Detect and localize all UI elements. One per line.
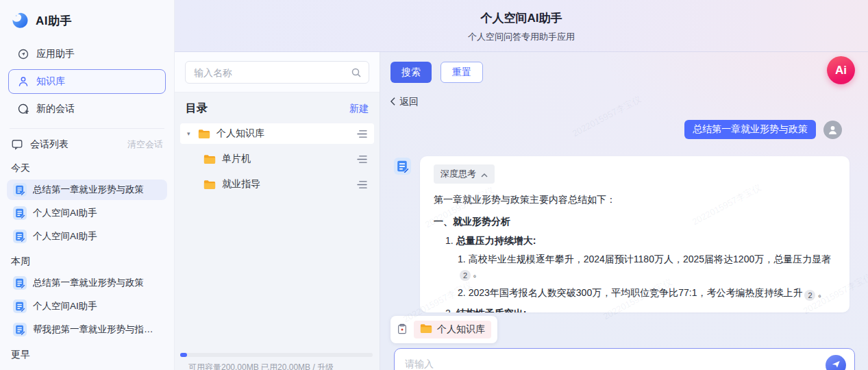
node-menu-icon[interactable] xyxy=(357,180,367,189)
horizontal-scrollbar[interactable] xyxy=(180,353,373,357)
folder-icon xyxy=(203,154,216,164)
list-number: 2. xyxy=(458,287,466,298)
sidebar-item-knowledge-base[interactable]: 知识库 xyxy=(8,69,166,94)
nav-label: 知识库 xyxy=(36,75,65,88)
node-menu-icon[interactable] xyxy=(357,155,367,164)
brand-name: AI助手 xyxy=(36,13,72,29)
session-label: 总结第一章就业形势与政策 xyxy=(33,277,144,289)
app-logo-icon xyxy=(11,12,29,30)
message-input-box xyxy=(394,348,855,370)
session-item[interactable]: 总结第一章就业形势与政策 xyxy=(7,180,167,200)
folder-icon xyxy=(420,323,432,336)
knowledge-base-chip[interactable]: 个人知识库 xyxy=(390,316,497,343)
session-group-this-week: 本周 xyxy=(0,249,174,270)
answer-list-item: 2.结构性矛盾突出: xyxy=(445,306,836,312)
assistant-message-card: 深度思考 第一章就业形势与政策主要内容总结如下： 一、就业形势分析 1.总量压力… xyxy=(420,156,850,312)
folder-icon xyxy=(198,129,210,139)
note-icon xyxy=(13,183,27,197)
tree-node-label: 单片机 xyxy=(222,153,357,165)
note-icon xyxy=(13,299,27,313)
session-label: 个人空间AI助手 xyxy=(33,300,97,312)
nav-label: 新的会话 xyxy=(36,103,75,115)
user-message-row: 总结第一章就业形势与政策 xyxy=(380,120,868,139)
session-item[interactable]: 个人空间AI助手 xyxy=(7,226,167,247)
new-chat-icon xyxy=(17,103,29,115)
answer-intro: 第一章就业形势与政策主要内容总结如下： xyxy=(434,193,836,206)
folder-icon xyxy=(203,180,216,190)
session-item[interactable]: 总结第一章就业形势与政策 xyxy=(7,273,167,293)
list-title: 总量压力持续增大 xyxy=(456,235,533,246)
page-subtitle: 个人空间问答专用助手应用 xyxy=(175,31,868,43)
knowledge-explorer: 目录 新建 ▾ 个人知识库 xyxy=(175,52,380,370)
app-window: AI助手 应用助手 知识库 新的会话 会话列表 清空会话 xyxy=(0,0,868,370)
deep-think-toggle[interactable]: 深度思考 xyxy=(434,164,495,184)
scrollbar-thumb[interactable] xyxy=(180,353,187,357)
person-icon xyxy=(17,75,29,88)
sidebar-item-new-chat[interactable]: 新的会话 xyxy=(8,97,166,121)
note-icon xyxy=(13,276,27,290)
answer-section-heading: 一、就业形势分析 xyxy=(434,214,836,228)
note-icon xyxy=(13,323,27,336)
directory-title: 目录 xyxy=(186,101,208,116)
note-icon xyxy=(13,206,27,220)
name-search-box xyxy=(185,61,369,84)
chat-list-icon xyxy=(11,138,23,151)
list-number: 2. xyxy=(445,308,454,312)
compass-icon xyxy=(17,48,29,60)
page-title: 个人空间AI助手 xyxy=(175,10,868,26)
search-icon xyxy=(351,67,362,80)
answer-sub-item: 1.高校毕业生规模逐年攀升，2024届预计1180万人，2025届将达1200万… xyxy=(458,252,836,281)
answer-sub-item: 2.2023年国考报名人数突破300万，平均职位竞争比77:1，考公考编热度持续… xyxy=(458,286,836,301)
kb-chip-label: 个人知识库 xyxy=(437,323,485,336)
assistant-avatar xyxy=(394,158,411,175)
back-label: 返回 xyxy=(399,96,419,108)
sessions-title: 会话列表 xyxy=(30,138,69,151)
back-button[interactable]: 返回 xyxy=(390,96,419,108)
node-menu-icon[interactable] xyxy=(357,130,367,138)
caret-down-icon[interactable]: ▾ xyxy=(187,130,198,137)
name-search-input[interactable] xyxy=(186,62,369,83)
tree-node-label: 个人知识库 xyxy=(216,127,357,140)
tree-node-label: 就业指导 xyxy=(222,178,357,190)
session-item[interactable]: 个人空间AI助手 xyxy=(7,296,167,317)
session-label: 帮我把第一章就业形势与指导的... xyxy=(33,323,161,336)
session-label: 个人空间AI助手 xyxy=(33,207,97,219)
session-item[interactable]: 帮我把第一章就业形势与指导的... xyxy=(7,319,167,340)
citation-badge[interactable]: 2 xyxy=(804,290,815,301)
session-item[interactable]: 个人空间AI助手 xyxy=(7,203,167,223)
new-folder-button[interactable]: 新建 xyxy=(349,103,369,115)
sub-item-tail: 。 xyxy=(817,287,827,298)
directory-header: 目录 新建 xyxy=(175,92,380,122)
sidebar-item-app-assistant[interactable]: 应用助手 xyxy=(8,42,166,66)
chat-pane: 2022015957李宝仪 2022015957李宝仪 2022015957李宝… xyxy=(380,52,868,370)
search-actions: 搜索 重置 xyxy=(390,62,483,83)
workspace: 目录 新建 ▾ 个人知识库 xyxy=(175,52,868,370)
clear-sessions-button[interactable]: 清空会话 xyxy=(127,138,163,151)
tree-node-personal-kb[interactable]: ▾ 个人知识库 xyxy=(180,123,374,144)
storage-info: 可用容量200.00MB 已用20.00MB / 升级 xyxy=(188,362,334,370)
note-icon xyxy=(13,230,27,243)
session-label: 总结第一章就业形势与政策 xyxy=(33,184,144,196)
directory-tree: ▾ 个人知识库 单片机 xyxy=(175,122,380,201)
sub-item-text: 高校毕业生规模逐年攀升，2024届预计1180万人，2025届将达1200万，总… xyxy=(469,254,832,264)
tree-node-career-guide[interactable]: 就业指导 xyxy=(180,174,374,195)
deep-think-label: 深度思考 xyxy=(441,168,476,180)
citation-badge[interactable]: 2 xyxy=(460,270,471,281)
search-button[interactable]: 搜索 xyxy=(390,62,432,83)
message-input[interactable] xyxy=(395,349,813,370)
clipboard-icon xyxy=(397,323,408,336)
session-group-today: 今天 xyxy=(0,156,174,177)
reset-button[interactable]: 重置 xyxy=(441,62,483,83)
sub-item-tail: 。 xyxy=(473,267,482,278)
chevron-up-icon xyxy=(481,169,488,180)
tree-node-mcu[interactable]: 单片机 xyxy=(180,149,374,169)
send-button[interactable] xyxy=(826,355,846,370)
user-avatar xyxy=(823,121,842,139)
kb-chip-pill: 个人知识库 xyxy=(414,321,491,338)
list-number: 1. xyxy=(458,254,466,264)
ai-floating-badge[interactable]: Ai xyxy=(827,56,855,84)
paper-plane-icon xyxy=(831,359,841,370)
chevron-left-icon xyxy=(390,97,396,108)
brand: AI助手 xyxy=(0,0,174,39)
list-title: 结构性矛盾突出 xyxy=(456,308,523,312)
